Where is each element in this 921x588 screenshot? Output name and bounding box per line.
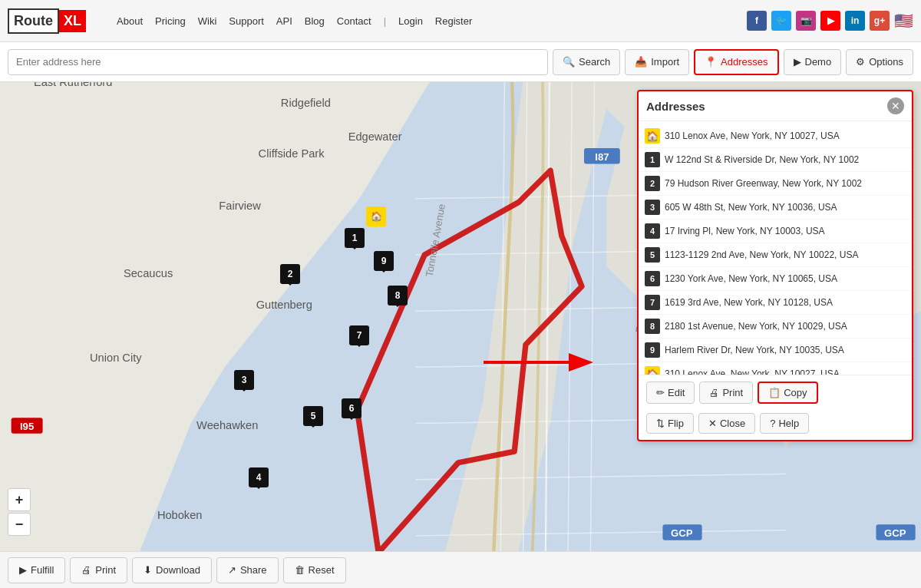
import-button[interactable]: 📥 Import: [625, 49, 689, 75]
marker-2[interactable]: 2: [280, 264, 300, 284]
address-text: 2180 1st Avenue, New York, NY 10029, USA: [665, 321, 906, 332]
map-container[interactable]: I87 1278 I95 GCP 1278 I495 GCP East Ruth…: [0, 82, 921, 551]
nav-blog[interactable]: Blog: [305, 15, 325, 27]
list-item[interactable]: 279 Hudson River Greenway, New York, NY …: [639, 172, 912, 196]
svg-text:I95: I95: [20, 421, 34, 432]
import-label: Import: [651, 56, 679, 68]
addresses-title: Addresses: [646, 100, 705, 113]
download-icon: ⬇: [144, 564, 152, 576]
reset-label: Reset: [309, 564, 335, 576]
help-label: Help: [778, 418, 799, 429]
fulfill-button[interactable]: ▶ Fulfill: [8, 557, 65, 583]
list-item[interactable]: 🏠310 Lenox Ave, New York, NY 10027, USA: [639, 124, 912, 148]
close-button[interactable]: ✕ Close: [698, 413, 755, 434]
nav-contact[interactable]: Contact: [337, 15, 371, 27]
logo[interactable]: RouteXL: [8, 8, 86, 34]
download-button[interactable]: ⬇ Download: [132, 557, 212, 583]
close-panel-button[interactable]: ✕: [887, 97, 904, 114]
svg-text:East Rutherford: East Rutherford: [34, 82, 112, 89]
flip-button[interactable]: ⇅ Flip: [646, 413, 694, 434]
share-button[interactable]: ↗ Share: [216, 557, 279, 583]
marker-8[interactable]: 8: [388, 286, 408, 306]
marker-1[interactable]: 1: [345, 228, 365, 248]
youtube-icon[interactable]: ▶: [820, 11, 840, 31]
share-icon: ↗: [228, 564, 236, 576]
facebook-icon[interactable]: f: [747, 11, 767, 31]
search-icon: 🔍: [563, 56, 575, 68]
options-label: Options: [869, 56, 903, 68]
edit-button[interactable]: ✏ Edit: [646, 382, 695, 404]
address-text: 605 W 48th St, New York, NY 10036, USA: [665, 202, 906, 213]
social-icons: f 🐦 📷 ▶ in g+ 🇺🇸: [747, 11, 913, 31]
panel-actions: ✏ Edit 🖨 Print 📋 Copy: [639, 375, 912, 410]
zoom-in-button[interactable]: +: [8, 488, 31, 511]
address-text: 1230 York Ave, New York, NY 10065, USA: [665, 273, 906, 284]
address-text: 17 Irving Pl, New York, NY 10003, USA: [665, 226, 906, 236]
list-item[interactable]: 82180 1st Avenue, New York, NY 10029, US…: [639, 315, 912, 339]
marker-3[interactable]: 3: [234, 370, 254, 390]
marker-6[interactable]: 6: [342, 398, 361, 418]
marker-4[interactable]: 4: [249, 467, 269, 487]
search-button[interactable]: 🔍 Search: [553, 49, 620, 75]
list-item[interactable]: 51123-1129 2nd Ave, New York, NY 10022, …: [639, 243, 912, 267]
copy-icon: 📋: [768, 387, 781, 398]
svg-text:Guttenberg: Guttenberg: [256, 299, 312, 311]
list-item[interactable]: 🏠310 Lenox Ave, New York, NY 10027, USA: [639, 362, 912, 375]
list-item[interactable]: 71619 3rd Ave, New York, NY 10128, USA: [639, 291, 912, 315]
nav-api[interactable]: API: [276, 15, 292, 27]
address-text: 310 Lenox Ave, New York, NY 10027, USA: [665, 130, 906, 141]
addresses-panel: Addresses ✕ 🏠310 Lenox Ave, New York, NY…: [637, 90, 913, 441]
print-bottom-button[interactable]: 🖨 Print: [70, 557, 127, 583]
twitter-icon[interactable]: 🐦: [771, 11, 791, 31]
address-text: 310 Lenox Ave, New York, NY 10027, USA: [665, 368, 906, 375]
linkedin-icon[interactable]: in: [845, 11, 865, 31]
nav-support[interactable]: Support: [229, 15, 264, 27]
flag-icon: 🇺🇸: [894, 12, 913, 30]
nav-register[interactable]: Register: [435, 15, 472, 27]
print-icon: 🖨: [709, 387, 719, 398]
edit-label: Edit: [668, 387, 685, 398]
nav-about[interactable]: About: [117, 15, 143, 27]
nav-wiki[interactable]: Wiki: [198, 15, 217, 27]
fulfill-label: Fulfill: [31, 564, 54, 576]
address-input[interactable]: [8, 49, 548, 75]
list-item[interactable]: 9Harlem River Dr, New York, NY 10035, US…: [639, 339, 912, 362]
svg-text:I87: I87: [595, 151, 609, 163]
share-label: Share: [240, 564, 267, 576]
reset-button[interactable]: 🗑 Reset: [283, 557, 346, 583]
list-item[interactable]: 61230 York Ave, New York, NY 10065, USA: [639, 267, 912, 291]
nav-login[interactable]: Login: [398, 15, 423, 27]
marker-home[interactable]: 🏠: [366, 206, 386, 226]
pin-icon: 📍: [705, 56, 717, 68]
demo-label: Demo: [805, 56, 832, 68]
logo-route: Route: [8, 8, 59, 34]
print-button[interactable]: 🖨 Print: [699, 382, 753, 404]
address-text: Harlem River Dr, New York, NY 10035, USA: [665, 345, 906, 355]
addresses-header: Addresses ✕: [639, 91, 912, 121]
marker-9[interactable]: 9: [374, 251, 394, 271]
fulfill-icon: ▶: [19, 564, 27, 576]
options-button[interactable]: ⚙ Options: [846, 49, 913, 75]
help-button[interactable]: ? Help: [760, 413, 809, 434]
marker-5[interactable]: 5: [303, 406, 323, 426]
import-icon: 📥: [635, 56, 647, 68]
zoom-controls: + −: [8, 488, 31, 536]
list-item[interactable]: 3605 W 48th St, New York, NY 10036, USA: [639, 196, 912, 220]
list-item[interactable]: 1W 122nd St & Riverside Dr, New York, NY…: [639, 148, 912, 172]
zoom-out-button[interactable]: −: [8, 513, 31, 536]
bottom-toolbar: ▶ Fulfill 🖨 Print ⬇ Download ↗ Share 🗑 R…: [0, 551, 921, 588]
arrow-annotation: [476, 343, 599, 384]
googleplus-icon[interactable]: g+: [870, 11, 890, 31]
svg-text:Fairview: Fairview: [219, 200, 261, 212]
nav-pricing[interactable]: Pricing: [155, 15, 186, 27]
copy-label: Copy: [784, 387, 807, 398]
marker-7[interactable]: 7: [349, 325, 369, 345]
instagram-icon[interactable]: 📷: [796, 11, 816, 31]
demo-button[interactable]: ▶ Demo: [784, 49, 842, 75]
addresses-button[interactable]: 📍 Addresses: [694, 49, 778, 75]
svg-text:Cliffside Park: Cliffside Park: [259, 147, 325, 160]
copy-button[interactable]: 📋 Copy: [758, 382, 817, 404]
gear-icon: ⚙: [856, 56, 865, 68]
flip-icon: ⇅: [656, 418, 665, 429]
list-item[interactable]: 417 Irving Pl, New York, NY 10003, USA: [639, 220, 912, 243]
